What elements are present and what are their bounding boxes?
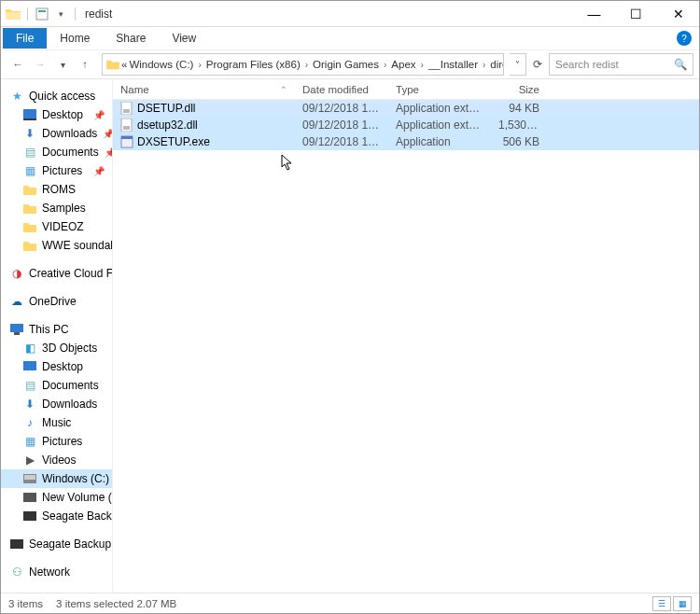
pc-icon xyxy=(10,323,23,336)
maximize-button[interactable]: ☐ xyxy=(615,1,657,27)
file-type: Application extens... xyxy=(388,119,491,132)
file-row[interactable]: dsetup32.dll 09/12/2018 17:14 Applicatio… xyxy=(113,117,699,133)
sidebar-item-folder[interactable]: VIDEOZ xyxy=(1,217,112,236)
music-icon: ♪ xyxy=(23,416,36,429)
breadcrumb-overflow[interactable]: « xyxy=(121,59,127,70)
status-bar: 3 items 3 items selected 2.07 MB ☰ ▦ xyxy=(1,593,699,613)
chevron-right-icon: › xyxy=(302,60,311,70)
breadcrumb[interactable]: directx xyxy=(490,59,504,70)
forward-button[interactable]: → xyxy=(29,53,51,76)
column-date[interactable]: Date modified xyxy=(295,79,388,99)
window-title: redist xyxy=(85,7,112,21)
file-name: dsetup32.dll xyxy=(137,119,198,132)
svg-rect-2 xyxy=(23,109,36,119)
sidebar-item-videos[interactable]: ▶Videos xyxy=(1,451,112,469)
tab-share[interactable]: Share xyxy=(103,28,159,49)
sidebar-quick-access[interactable]: ★ Quick access xyxy=(1,87,112,105)
svg-rect-10 xyxy=(23,511,36,521)
refresh-button[interactable]: ⟳ xyxy=(526,58,549,71)
tab-home[interactable]: Home xyxy=(47,28,103,49)
sidebar-item-usb[interactable]: Seagate Backu xyxy=(1,507,112,525)
sidebar-item-desktop[interactable]: Desktop📌 xyxy=(1,105,112,124)
sidebar-item-drive-c[interactable]: Windows (C:) xyxy=(1,469,112,488)
chevron-right-icon: › xyxy=(381,60,389,70)
pictures-icon: ▦ xyxy=(23,164,36,177)
sidebar-this-pc[interactable]: This PC xyxy=(1,320,112,339)
downloads-icon: ⬇ xyxy=(23,398,36,411)
up-button[interactable]: ↑ xyxy=(74,53,96,76)
search-placeholder: Search redist xyxy=(555,59,619,70)
file-list: Name⌃ Date modified Type Size DSETUP.dll… xyxy=(113,79,699,593)
close-button[interactable]: ✕ xyxy=(657,1,699,27)
details-view-button[interactable]: ☰ xyxy=(652,596,671,611)
breadcrumb[interactable]: Program Files (x86) xyxy=(206,59,301,70)
sidebar-item-drive[interactable]: New Volume (I xyxy=(1,488,112,507)
status-item-count: 3 items xyxy=(8,598,43,609)
folder-icon xyxy=(23,220,36,233)
sidebar-item-downloads[interactable]: ⬇Downloads xyxy=(1,395,112,413)
column-headers: Name⌃ Date modified Type Size xyxy=(113,79,699,100)
svg-rect-13 xyxy=(123,109,130,113)
breadcrumb[interactable]: __Installer xyxy=(428,59,478,70)
file-name: DXSETUP.exe xyxy=(137,135,210,148)
file-menu[interactable]: File xyxy=(3,28,47,49)
back-button[interactable]: ← xyxy=(7,53,29,76)
address-dropdown[interactable]: ˅ xyxy=(510,53,526,76)
pin-icon: 📌 xyxy=(105,147,112,158)
thumbnails-view-button[interactable]: ▦ xyxy=(673,596,692,611)
usb-icon xyxy=(10,537,23,551)
file-size: 94 KB xyxy=(491,102,547,115)
pin-icon: 📌 xyxy=(93,110,108,120)
file-row[interactable]: DSETUP.dll 09/12/2018 17:14 Application … xyxy=(113,100,699,117)
dropdown-icon[interactable]: ▾ xyxy=(52,6,69,22)
quick-access-toolbar: ▾ redist xyxy=(1,6,112,22)
recent-locations-button[interactable]: ▾ xyxy=(51,53,74,76)
breadcrumb[interactable]: Apex xyxy=(391,59,415,70)
sidebar-item-music[interactable]: ♪Music xyxy=(1,413,112,432)
sidebar-item-desktop[interactable]: Desktop xyxy=(1,357,112,376)
network-icon: ⚇ xyxy=(10,565,23,579)
sidebar-item-documents[interactable]: ▤Documents📌 xyxy=(1,143,112,161)
documents-icon: ▤ xyxy=(23,146,36,159)
sidebar-item-pictures[interactable]: ▦Pictures xyxy=(1,432,112,451)
sidebar-network[interactable]: ⚇Network xyxy=(1,563,112,581)
sidebar-item-folder[interactable]: WWE soundali xyxy=(1,236,112,255)
help-icon[interactable]: ? xyxy=(677,31,692,46)
breadcrumb[interactable]: Windows (C:) xyxy=(129,59,193,70)
sidebar-creative-cloud[interactable]: ◑Creative Cloud F xyxy=(1,264,112,283)
navigation-pane: ★ Quick access Desktop📌 ⬇Downloads📌 ▤Doc… xyxy=(1,79,113,593)
file-name: DSETUP.dll xyxy=(137,102,195,115)
sidebar-item-downloads[interactable]: ⬇Downloads📌 xyxy=(1,124,112,143)
file-row[interactable]: DXSETUP.exe 09/12/2018 17:14 Application… xyxy=(113,133,699,150)
tab-view[interactable]: View xyxy=(159,28,209,49)
address-bar[interactable]: « Windows (C:)› Program Files (x86)› Ori… xyxy=(102,53,504,76)
sort-asc-icon: ⌃ xyxy=(280,85,287,94)
sidebar-item-folder[interactable]: Samples xyxy=(1,199,112,217)
column-name[interactable]: Name⌃ xyxy=(113,79,295,99)
properties-icon[interactable] xyxy=(34,6,50,22)
svg-rect-15 xyxy=(123,126,130,130)
svg-rect-6 xyxy=(23,361,36,370)
desktop-icon xyxy=(23,108,36,121)
sidebar-seagate[interactable]: Seagate Backup xyxy=(1,535,112,553)
svg-rect-8 xyxy=(24,475,35,480)
sidebar-item-3d-objects[interactable]: ◧3D Objects xyxy=(1,339,112,357)
search-input[interactable]: Search redist 🔍 xyxy=(549,53,693,76)
sidebar-item-pictures[interactable]: ▦Pictures📌 xyxy=(1,161,112,180)
folder-icon xyxy=(23,239,36,252)
column-size[interactable]: Size xyxy=(491,79,547,99)
drive-icon xyxy=(23,491,36,504)
cc-icon: ◑ xyxy=(10,267,23,280)
status-size: 2.07 MB xyxy=(136,598,176,609)
svg-rect-5 xyxy=(14,332,20,335)
sidebar-onedrive[interactable]: ☁OneDrive xyxy=(1,292,112,311)
window-controls: — ☐ ✕ xyxy=(573,1,699,27)
pictures-icon: ▦ xyxy=(23,435,36,448)
folder-icon xyxy=(106,59,119,70)
column-type[interactable]: Type xyxy=(388,79,491,99)
file-type: Application xyxy=(388,135,491,148)
minimize-button[interactable]: — xyxy=(573,1,615,27)
sidebar-item-folder[interactable]: ROMS xyxy=(1,180,112,199)
breadcrumb[interactable]: Origin Games xyxy=(313,59,379,70)
sidebar-item-documents[interactable]: ▤Documents xyxy=(1,376,112,395)
